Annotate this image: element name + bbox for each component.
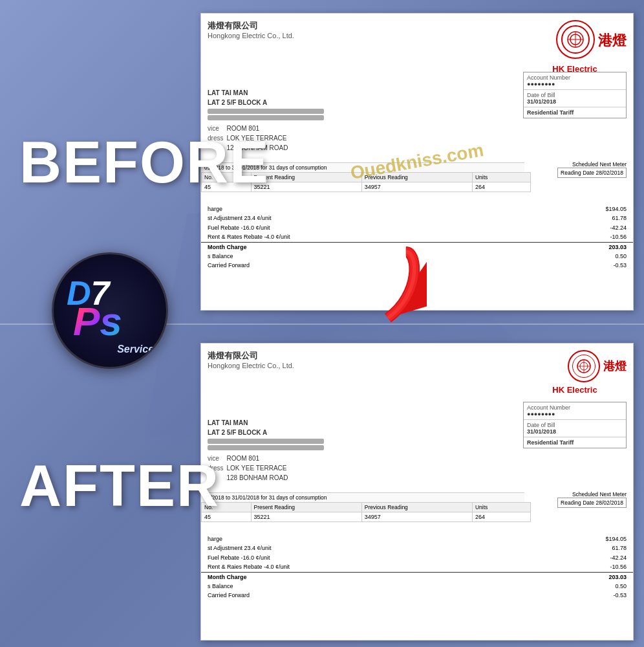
balance-label-top: s Balance [208,252,233,261]
meter-table-bottom: No. Present Reading Previous Reading Uni… [201,502,531,522]
account-box-bottom: Account Number ●●●●●●●● Date of Bill 31/… [523,402,627,448]
balance-label-bottom: s Balance [208,582,233,591]
account-number-value-bottom: ●●●●●●●● [527,411,623,417]
charge-label-top: harge [208,204,222,214]
balance-value-bottom: 0.50 [615,582,627,591]
rent-rebate-value-bottom: -10.56 [610,562,627,571]
hk-electric-logo-bottom: 港燈 HK Electric [523,350,627,395]
hk-logo-circle-top [556,20,595,59]
account-number-label-bottom: Account Number [527,404,623,411]
red-arrow [349,246,427,330]
cost-adj-label-top: st Adjustment 23.4 ¢/unit [208,214,272,223]
date-of-bill-value-bottom: 31/01/2018 [527,428,623,435]
blurred-name-bottom: LAT TAI MAN [208,418,324,428]
label-after: AFTER [19,453,220,520]
tariff-label-top: Residential Tariff [527,109,623,116]
charge-label-bottom: harge [208,534,222,543]
row-previous-top: 34957 [362,182,473,192]
col-units-bottom: Units [473,503,530,512]
date-of-bill-label-bottom: Date of Bill [527,422,623,428]
reading-date-top: Reading Date 28/02/2018 [557,168,627,178]
account-number-label-top: Account Number [527,74,623,81]
row-present-bottom: 35221 [252,512,362,521]
address-line1-bottom: LAT 2 5/F BLOCK A [208,428,324,437]
carried-forward-value-bottom: -0.53 [613,591,627,600]
carried-forward-label-top: Carried Forward [208,261,250,270]
rent-rebate-value-top: -10.56 [610,232,627,241]
hk-logo-small-inner [572,355,596,378]
account-number-value-top: ●●●●●●●● [527,81,623,87]
fuel-rebate-value-top: -42.24 [610,223,627,232]
service-address-bottom: vice ROOM 801 dress LOK YEE TERRACE 128 … [208,454,324,483]
d7ps-logo-badge: D7 Ps Services [52,252,168,369]
rent-rebate-label-bottom: Rent & Raies Rebate -4.0 ¢/unit [208,562,290,571]
address-value1-bottom: LOK YEE TERRACE [226,463,288,473]
charge-value-top: $194.05 [605,204,627,214]
cost-adj-value-bottom: 61.78 [612,543,627,553]
fuel-rebate-label-top: Fuel Rebate -16.0 ¢/unit [208,223,270,232]
account-box-top: Account Number ●●●●●●●● Date of Bill 31/… [523,72,627,118]
hk-electric-logo-top: 港燈 HK Electric [523,20,627,74]
company-name-cn-bottom: 港燈有限公司 [208,350,294,362]
date-of-bill-value-top: 31/01/2018 [527,98,623,105]
period-row-bottom: 01/2018 to 31/01/2018 for 31 days of con… [201,492,524,503]
company-name-en-top: Hongkong Electric Co., Ltd. [208,32,294,39]
charge-value-bottom: $194.05 [605,534,627,543]
balance-value-top: 0.50 [615,252,627,261]
row-units-bottom: 264 [473,512,530,521]
bill-address-bottom: LAT TAI MAN LAT 2 5/F BLOCK A vice ROOM … [208,418,324,483]
address-line1-top: LAT 2 5/F BLOCK A [208,98,324,107]
hk-en-text-bottom: HK Electric [523,385,627,395]
date-of-bill-label-top: Date of Bill [527,92,623,98]
row-units-top: 264 [473,182,530,192]
ps-text: Ps [73,298,122,344]
service-value-bottom: ROOM 801 [226,454,288,463]
month-charge-label-bottom: Month Charge [208,573,247,582]
col-previous-bottom: Previous Reading [362,503,473,512]
carried-forward-value-top: -0.53 [613,261,627,270]
scheduled-label-top: Scheduled Next Meter [557,161,627,168]
carried-forward-label-bottom: Carried Forward [208,591,250,600]
col-previous-top: Previous Reading [362,173,473,182]
hk-cn-text-bottom: 港燈 [603,358,627,374]
scheduled-box-bottom: Scheduled Next Meter Reading Date 28/02/… [557,491,627,508]
label-before: BEFORE [19,129,270,196]
blurred-name-top: LAT TAI MAN [208,88,324,98]
month-charge-value-bottom: 203.03 [608,573,627,582]
row-previous-bottom: 34957 [362,512,473,521]
services-text: Services [117,344,160,355]
hk-logo-inner-top [561,25,590,54]
col-present-bottom: Present Reading [252,503,362,512]
scheduled-label-bottom: Scheduled Next Meter [557,491,627,498]
bill-document-bottom: 港燈有限公司 Hongkong Electric Co., Ltd. 港燈 [200,343,634,641]
reading-date-bottom: Reading Date 28/02/2018 [557,498,627,508]
scheduled-box-top: Scheduled Next Meter Reading Date 28/02/… [557,161,627,178]
hk-cn-text-top: 港燈 [598,31,627,50]
month-charge-value-top: 203.03 [608,243,627,252]
company-name-cn-top: 港燈有限公司 [208,20,294,32]
bill-company-header-bottom: 港燈有限公司 Hongkong Electric Co., Ltd. [208,350,294,369]
address-blurred1-bottom [208,439,324,444]
period-text-bottom: 01/2018 to 31/01/2018 for 31 days of con… [204,494,327,501]
cost-adj-value-top: 61.78 [612,214,627,223]
address-value2-bottom: 128 BONHAM ROAD [226,473,288,483]
address-blurred2-bottom [208,445,324,450]
charges-section-bottom: harge$194.05 st Adjustment 23.4 ¢/unit61… [201,534,633,600]
month-charge-label-top: Month Charge [208,243,247,252]
cost-adj-label-bottom: st Adjustment 23.4 ¢/unit [208,543,272,553]
address-blurred2-top [208,115,324,120]
company-name-en-bottom: Hongkong Electric Co., Ltd. [208,362,294,369]
hk-logo-small [568,350,600,382]
bill-company-header-top: 港燈有限公司 Hongkong Electric Co., Ltd. [208,20,294,39]
fuel-rebate-value-bottom: -42.24 [610,553,627,562]
rent-rebate-label-top: Rent & Rates Rebate -4.0 ¢/unit [208,232,290,241]
main-container: PS BEFORE AFTER D7 Ps Services 港燈有限公司 Ho… [0,0,644,647]
tariff-label-bottom: Residential Tariff [527,439,623,446]
address-blurred1-top [208,109,324,114]
col-units-top: Units [473,173,530,182]
fuel-rebate-label-bottom: Fuel Rebate -16.0 ¢/unit [208,553,270,562]
